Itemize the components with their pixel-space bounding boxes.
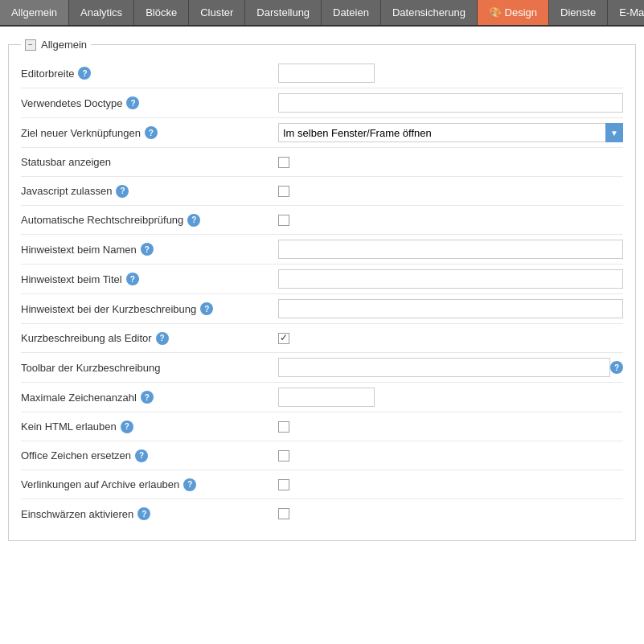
help-icon-automatische_rechtschreibpruefung[interactable]: ?: [187, 214, 200, 227]
form-row-toolbar_kurzbeschreibung: Toolbar der Kurzbeschreibung?: [21, 353, 623, 383]
label-text-hinweistext_kurzbeschreibung: Hinweistext bei der Kurzbeschreibung: [21, 303, 196, 315]
input-hinweistext_name[interactable]: [278, 240, 623, 259]
help-icon-hinweistext_titel[interactable]: ?: [126, 273, 139, 285]
help-icon-verwendetes_doctype[interactable]: ?: [126, 96, 139, 109]
label-ziel_neuer_verknuepfungen: Ziel neuer Verknüpfungen?: [21, 126, 278, 139]
toolbar-wrapper-toolbar_kurzbeschreibung: ?: [278, 358, 623, 377]
label-text-kein_html_erlauben: Kein HTML erlauben: [21, 420, 117, 433]
label-text-office_zeichen_ersetzen: Office Zeichen ersetzen: [21, 449, 131, 461]
checkbox-kurzbeschreibung_als_editor[interactable]: [278, 333, 289, 344]
tab-bar: AllgemeinAnalyticsBlöckeClusterDarstellu…: [0, 0, 644, 27]
form-row-editorbreite: Editorbreite?: [21, 59, 623, 88]
checkbox-verlinkungen_archive[interactable]: [278, 479, 289, 490]
form-row-javascript_zulassen: Javascript zulassen?: [21, 177, 623, 206]
help-icon-editorbreite[interactable]: ?: [78, 67, 91, 80]
checkbox-statusbar_anzeigen[interactable]: [278, 157, 289, 168]
input-editorbreite[interactable]: [278, 64, 375, 83]
form-row-statusbar_anzeigen: Statusbar anzeigen: [21, 148, 623, 177]
label-text-statusbar_anzeigen: Statusbar anzeigen: [21, 156, 111, 168]
form-rows: Editorbreite?Verwendetes Doctype?Ziel ne…: [21, 59, 623, 528]
label-hinweistext_titel: Hinweistext beim Titel?: [21, 273, 278, 285]
collapse-button[interactable]: −: [25, 39, 36, 51]
control-einschwaerzen_aktivieren: [278, 508, 623, 519]
label-verlinkungen_archive: Verlinkungen auf Archive erlauben?: [21, 478, 278, 491]
label-text-editorbreite: Editorbreite: [21, 68, 74, 80]
control-hinweistext_titel: [278, 269, 623, 289]
allgemein-section: − Allgemein Editorbreite?Verwendetes Doc…: [8, 39, 636, 541]
tab-dateien[interactable]: Dateien: [322, 0, 381, 25]
control-javascript_zulassen: [278, 186, 623, 197]
tab-cluster[interactable]: Cluster: [189, 0, 245, 25]
control-hinweistext_name: [278, 240, 623, 259]
input-hinweistext_titel[interactable]: [278, 269, 623, 289]
label-text-ziel_neuer_verknuepfungen: Ziel neuer Verknüpfungen: [21, 127, 141, 139]
tab-dienste[interactable]: Dienste: [549, 0, 608, 25]
label-text-hinweistext_titel: Hinweistext beim Titel: [21, 273, 122, 285]
input-verwendetes_doctype[interactable]: [278, 93, 623, 113]
toolbar-help-icon-toolbar_kurzbeschreibung[interactable]: ?: [610, 361, 623, 374]
control-verlinkungen_archive: [278, 479, 623, 490]
tab-darstellung[interactable]: Darstellung: [245, 0, 322, 25]
control-statusbar_anzeigen: [278, 157, 623, 168]
control-toolbar_kurzbeschreibung: ?: [278, 358, 623, 377]
checkbox-kein_html_erlauben[interactable]: [278, 421, 289, 433]
control-kurzbeschreibung_als_editor: [278, 333, 623, 344]
form-row-office_zeichen_ersetzen: Office Zeichen ersetzen?: [21, 441, 623, 470]
help-icon-kein_html_erlauben[interactable]: ?: [121, 420, 133, 433]
section-title: Allgemein: [41, 39, 87, 51]
toolbar-input-toolbar_kurzbeschreibung[interactable]: [278, 358, 610, 377]
control-hinweistext_kurzbeschreibung: [278, 299, 623, 318]
select-ziel_neuer_verknuepfungen[interactable]: Im selben Fenster/Frame öffnenIn neuem F…: [278, 123, 623, 142]
label-automatische_rechtschreibpruefung: Automatische Rechtschreibprüfung?: [21, 214, 278, 227]
label-text-maximale_zeichenanzahl: Maximale Zeichenanzahl: [21, 392, 137, 404]
input-hinweistext_kurzbeschreibung[interactable]: [278, 299, 623, 318]
select-wrapper-ziel_neuer_verknuepfungen: Im selben Fenster/Frame öffnenIn neuem F…: [278, 123, 623, 142]
tab-datensicherung[interactable]: Datensicherung: [381, 0, 478, 25]
checkbox-einschwaerzen_aktivieren[interactable]: [278, 508, 289, 519]
form-row-kein_html_erlauben: Kein HTML erlauben?: [21, 412, 623, 441]
checkbox-office_zeichen_ersetzen[interactable]: [278, 450, 289, 461]
tab-e-mail[interactable]: E-Mail: [608, 0, 644, 25]
form-row-kurzbeschreibung_als_editor: Kurzbeschreibung als Editor?: [21, 324, 623, 353]
help-icon-einschwaerzen_aktivieren[interactable]: ?: [137, 507, 150, 520]
tab-bl-cke[interactable]: Blöcke: [134, 0, 189, 25]
help-icon-kurzbeschreibung_als_editor[interactable]: ?: [156, 332, 169, 345]
label-kein_html_erlauben: Kein HTML erlauben?: [21, 420, 278, 433]
checkbox-automatische_rechtschreibpruefung[interactable]: [278, 215, 289, 226]
help-icon-javascript_zulassen[interactable]: ?: [116, 185, 129, 198]
help-icon-hinweistext_kurzbeschreibung[interactable]: ?: [200, 302, 213, 315]
control-kein_html_erlauben: [278, 421, 623, 433]
form-row-einschwaerzen_aktivieren: Einschwärzen aktivieren?: [21, 499, 623, 528]
label-verwendetes_doctype: Verwendetes Doctype?: [21, 96, 278, 109]
label-statusbar_anzeigen: Statusbar anzeigen: [21, 156, 278, 168]
checkbox-javascript_zulassen[interactable]: [278, 186, 289, 197]
label-text-automatische_rechtschreibpruefung: Automatische Rechtschreibprüfung: [21, 214, 183, 226]
label-toolbar_kurzbeschreibung: Toolbar der Kurzbeschreibung: [21, 362, 278, 374]
control-editorbreite: [278, 64, 623, 83]
control-ziel_neuer_verknuepfungen: Im selben Fenster/Frame öffnenIn neuem F…: [278, 123, 623, 142]
help-icon-office_zeichen_ersetzen[interactable]: ?: [135, 449, 148, 462]
form-row-verlinkungen_archive: Verlinkungen auf Archive erlauben?: [21, 470, 623, 499]
label-text-einschwaerzen_aktivieren: Einschwärzen aktivieren: [21, 508, 133, 520]
label-maximale_zeichenanzahl: Maximale Zeichenanzahl?: [21, 391, 278, 404]
control-verwendetes_doctype: [278, 93, 623, 113]
label-text-toolbar_kurzbeschreibung: Toolbar der Kurzbeschreibung: [21, 362, 160, 374]
help-icon-ziel_neuer_verknuepfungen[interactable]: ?: [145, 126, 158, 139]
form-row-hinweistext_name: Hinweistext beim Namen?: [21, 235, 623, 265]
label-editorbreite: Editorbreite?: [21, 67, 278, 80]
label-javascript_zulassen: Javascript zulassen?: [21, 185, 278, 198]
main-content: − Allgemein Editorbreite?Verwendetes Doc…: [0, 27, 644, 549]
form-row-maximale_zeichenanzahl: Maximale Zeichenanzahl?: [21, 383, 623, 412]
label-text-javascript_zulassen: Javascript zulassen: [21, 185, 112, 197]
help-icon-maximale_zeichenanzahl[interactable]: ?: [141, 391, 154, 404]
label-kurzbeschreibung_als_editor: Kurzbeschreibung als Editor?: [21, 332, 278, 345]
help-icon-hinweistext_name[interactable]: ?: [141, 243, 154, 256]
input-maximale_zeichenanzahl[interactable]: [278, 388, 375, 407]
tab-design[interactable]: 🎨 Design: [478, 0, 549, 25]
tab-allgemein[interactable]: Allgemein: [0, 0, 69, 25]
help-icon-verlinkungen_archive[interactable]: ?: [183, 478, 196, 491]
tab-analytics[interactable]: Analytics: [69, 0, 134, 25]
label-text-verwendetes_doctype: Verwendetes Doctype: [21, 97, 122, 109]
section-legend: − Allgemein: [21, 39, 91, 51]
label-hinweistext_name: Hinweistext beim Namen?: [21, 243, 278, 256]
